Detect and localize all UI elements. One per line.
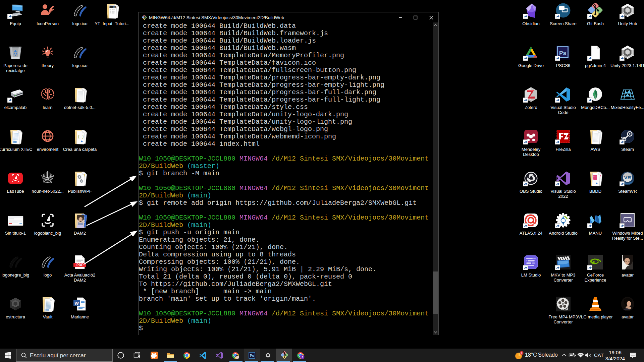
svg-text:15: 15 — [113, 6, 116, 8]
svg-text:{ }: { } — [77, 135, 84, 139]
svg-text:PDF: PDF — [76, 263, 83, 267]
svg-text:1: 1 — [521, 351, 522, 355]
svg-text:Ps: Ps — [250, 354, 254, 358]
svg-text:W: W — [74, 301, 79, 306]
svg-text:Ps: Ps — [559, 50, 566, 56]
svg-text:VR: VR — [624, 175, 631, 180]
svg-text:J: J — [302, 355, 303, 359]
